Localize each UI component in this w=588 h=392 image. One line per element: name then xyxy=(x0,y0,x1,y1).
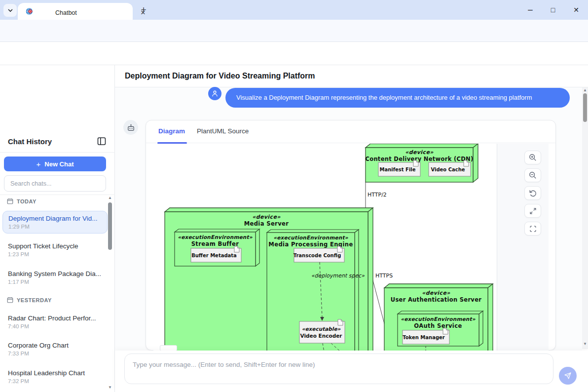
reset-view-button[interactable] xyxy=(524,186,541,200)
app-header: Chatbot Powered by Visual Paradigm More … xyxy=(0,42,588,65)
chat-item[interactable]: Hospital Leadership Chart 7:32 PM xyxy=(4,366,106,387)
artifact-file-icon xyxy=(337,246,342,252)
browser-toolbar: ← → ai-toolbox.visual-paradigm.com/app/c… xyxy=(0,20,588,42)
fullscreen-button[interactable] xyxy=(524,222,541,235)
label-https: HTTPS xyxy=(375,273,393,279)
tab-title: Chatbot xyxy=(55,9,77,16)
node-oauth-service: «executionEnvironment» OAuth Service Tok… xyxy=(398,311,483,346)
section-header-yesterday: YESTERDAY xyxy=(7,297,52,303)
svg-text:User Authentication Server: User Authentication Server xyxy=(391,296,482,303)
artifact-file-icon xyxy=(234,246,239,252)
artifact-file-icon xyxy=(338,319,343,325)
chat-item[interactable]: Banking System Package Dia... 1:17 PM xyxy=(4,267,106,288)
robot-icon xyxy=(127,123,135,132)
sidebar-scroll-down-icon[interactable]: ▼ xyxy=(108,385,112,390)
node-media-processing-engine: «executionEnvironment» Media Processing … xyxy=(267,230,359,351)
window-minimize-button[interactable]: – xyxy=(523,3,538,17)
artifact-file-icon xyxy=(413,160,418,166)
tab-diagram[interactable]: Diagram xyxy=(158,127,185,135)
zoom-out-icon xyxy=(529,171,537,179)
zoom-out-button[interactable] xyxy=(524,168,541,182)
calendar-icon xyxy=(7,198,13,204)
diagram-viewport[interactable]: «device» Media Server «executionEnvironm… xyxy=(153,144,549,351)
message-input[interactable] xyxy=(124,353,553,384)
svg-text:Video Encoder: Video Encoder xyxy=(300,333,343,339)
svg-text:Transcode Config: Transcode Config xyxy=(294,253,341,258)
section-header-today: TODAY xyxy=(7,198,37,204)
chat-scrollbar-thumb[interactable] xyxy=(583,93,587,122)
person-icon xyxy=(211,89,219,98)
new-chat-label: New Chat xyxy=(44,160,74,168)
svg-text:Content Delivery Network (CDN): Content Delivery Network (CDN) xyxy=(365,156,473,162)
sidebar-divider xyxy=(0,152,115,153)
chat-item[interactable]: Deployment Diagram for Vid... 1:29 PM xyxy=(2,211,108,234)
diagram-canvas[interactable]: «device» Media Server «executionEnvironm… xyxy=(153,144,497,351)
svg-text:OAuth Service: OAuth Service xyxy=(414,322,462,329)
chat-scroll-down-icon[interactable]: ▼ xyxy=(583,342,587,346)
chevron-down-icon xyxy=(7,7,13,13)
new-tab-button[interactable]: + xyxy=(138,4,149,16)
svg-text:«device»: «device» xyxy=(252,214,281,220)
page-title: Deployment Diagram for Video Streaming P… xyxy=(125,72,315,80)
bot-avatar xyxy=(123,120,138,135)
send-button[interactable] xyxy=(559,367,577,385)
expand-arrows-icon xyxy=(529,207,537,215)
collapse-sidebar-icon[interactable] xyxy=(97,137,106,146)
browser-tab-chatbot[interactable]: Chatbot ✕ xyxy=(18,3,133,20)
svg-text:«device»: «device» xyxy=(405,149,434,156)
artifact-buffer-metadata: Buffer Metadata xyxy=(191,246,241,262)
artifact-file-icon xyxy=(443,328,448,334)
sidebar-scrollbar-thumb[interactable] xyxy=(108,202,112,250)
svg-text:«executionEnvironment»: «executionEnvironment» xyxy=(178,234,253,240)
svg-text:Buffer Metadata: Buffer Metadata xyxy=(191,253,237,258)
svg-text:Video Cache: Video Cache xyxy=(431,167,465,172)
plus-icon: + xyxy=(37,160,41,168)
conversation-topbar: Deployment Diagram for Video Streaming P… xyxy=(115,65,588,87)
svg-text:Manifest File: Manifest File xyxy=(379,167,415,172)
label-deployment-spec: «deployment spec» xyxy=(311,273,365,279)
diagram-tabs: Diagram PlantUML Source xyxy=(146,120,555,143)
node-cdn: «device» Content Delivery Network (CDN) … xyxy=(365,144,478,182)
artifact-file-icon xyxy=(464,160,469,166)
svg-text:«executable»: «executable» xyxy=(302,326,341,332)
user-message-avatar xyxy=(208,87,221,100)
svg-text:Media Server: Media Server xyxy=(244,220,289,227)
chat-item[interactable]: Support Ticket Lifecycle 1:23 PM xyxy=(4,239,106,260)
chat-history-sidebar: Chat History + New Chat TODAY Deployment… xyxy=(0,65,115,392)
artifact-video-encoder: «executable» Video Encoder xyxy=(299,319,345,343)
deployment-diagram-svg: «device» Media Server «executionEnvironm… xyxy=(153,144,497,351)
node-stream-buffer: «executionEnvironment» Stream Buffer Buf… xyxy=(175,229,259,266)
artifact-token-manager: Token Manager xyxy=(403,328,449,344)
zoom-in-icon xyxy=(529,154,537,161)
window-maximize-button[interactable]: □ xyxy=(546,3,560,17)
calendar-icon xyxy=(7,297,13,303)
zoom-in-button[interactable] xyxy=(524,151,541,164)
composer-panel xyxy=(115,351,588,392)
svg-text:«executionEnvironment»: «executionEnvironment» xyxy=(401,316,476,322)
sidebar-heading: Chat History xyxy=(8,137,52,146)
sidebar-divider-2 xyxy=(0,195,115,195)
svg-text:Stream Buffer: Stream Buffer xyxy=(191,240,239,247)
search-chats-input[interactable] xyxy=(4,175,106,192)
tab-plantuml-source[interactable]: PlantUML Source xyxy=(197,127,249,135)
fit-screen-button[interactable] xyxy=(524,204,541,218)
chat-item[interactable]: Radar Chart: Product Perfor... 7:40 PM xyxy=(4,312,106,332)
artifact-video-cache: Video Cache xyxy=(429,160,471,176)
chat-area: Visualize a Deployment Diagram represent… xyxy=(115,87,582,351)
paper-plane-icon xyxy=(564,372,572,380)
artifact-transcode-config: Transcode Config xyxy=(294,246,344,262)
new-chat-button[interactable]: + New Chat xyxy=(4,157,106,171)
chat-scrollbar[interactable]: ▲ ▼ xyxy=(582,87,588,349)
favicon-visual-paradigm xyxy=(26,7,34,15)
reset-rotate-icon xyxy=(529,189,537,197)
tab-search-button[interactable] xyxy=(3,4,17,17)
svg-text:«executionEnvironment»: «executionEnvironment» xyxy=(273,235,348,240)
window-close-button[interactable]: ✕ xyxy=(569,3,584,17)
fullscreen-icon xyxy=(529,225,537,233)
chat-scroll-up-icon[interactable]: ▲ xyxy=(583,88,587,92)
svg-text:Token Manager: Token Manager xyxy=(403,335,445,340)
chat-item[interactable]: Corporate Org Chart 7:33 PM xyxy=(4,339,106,359)
sidebar-scroll-up-icon[interactable]: ▲ xyxy=(108,196,112,200)
user-message-bubble: Visualize a Deployment Diagram represent… xyxy=(225,88,570,108)
browser-tabstrip: Chatbot ✕ + – □ ✕ xyxy=(0,0,588,20)
